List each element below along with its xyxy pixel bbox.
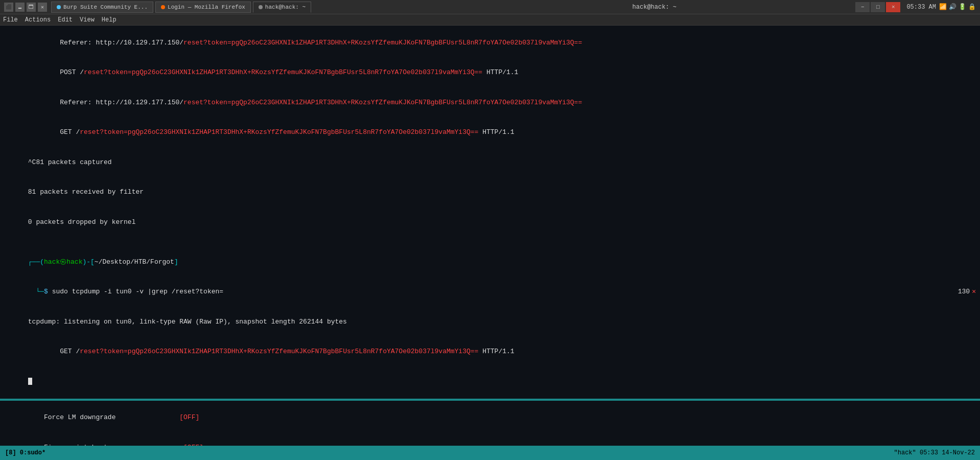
titlebar-center-title: hack@hack: ~: [453, 4, 855, 11]
command-pipe: |: [148, 288, 152, 295]
titlebar-tabs: Burp Suite Community E... Login — Mozill…: [51, 2, 453, 13]
output-line-1: Referer: http://10.129.177.150/reset?tok…: [4, 28, 976, 58]
titlebar-icons: ⬛ 🗕 🗖 ✕: [4, 3, 47, 12]
stat-line-1: ^C81 packets captured: [4, 147, 976, 177]
tcpdump-line-2: GET /reset?token=pgQp26oC23GHXNIk1ZHAP1R…: [4, 337, 976, 367]
line1-value: pgQp26oC23GHXNIk1ZHAP1RT3DHhX+RKozsYfZfe…: [231, 39, 582, 47]
titlebar-time: 05:33 AM: [906, 4, 936, 11]
statusbar: [8] 0:sudo* "hack" 05:33 14-Nov-22: [0, 446, 980, 460]
prompt-paren-open: ┌──(: [28, 258, 44, 266]
tray-icon-battery: 🔋: [959, 3, 966, 11]
titlebar-controls: − □ ×: [855, 2, 900, 12]
opt2-label: Fingerprint hosts: [28, 444, 183, 446]
tcpdump-get-value: pgQp26oC23GHXNIk1ZHAP1RT3DHhX+RKozsYfZfe…: [128, 348, 479, 355]
bottom-section: Force LM downgrade [OFF] Fingerprint hos…: [0, 401, 980, 446]
terminal-dot-icon: [259, 5, 263, 9]
tray-icon-lock: 🔒: [968, 3, 976, 11]
prompt-paren-close: )-[: [82, 258, 94, 266]
minimize-button[interactable]: −: [855, 2, 870, 12]
line1-token: reset?token=: [183, 39, 231, 47]
close-icon: ✕: [38, 3, 47, 12]
stat-line-2: 81 packets received by filter: [4, 177, 976, 208]
line3-value: pgQp26oC23GHXNIk1ZHAP1RT3DHhX+RKozsYfZfe…: [231, 99, 582, 106]
tab-burp[interactable]: Burp Suite Community E...: [51, 2, 153, 13]
statusbar-time: "hack" 05:33 14-Nov-22: [894, 449, 975, 456]
tab-firefox-label: Login — Mozilla Firefox: [168, 4, 245, 10]
line2-value: pgQp26oC23GHXNIk1ZHAP1RT3DHhX+RKozsYfZfe…: [132, 68, 483, 76]
menu-help[interactable]: Help: [102, 16, 116, 24]
opt1-label: Force LM downgrade: [28, 413, 179, 421]
tab-firefox[interactable]: Login — Mozilla Firefox: [155, 2, 251, 13]
line2-method: POST /: [28, 68, 84, 76]
menu-view[interactable]: View: [80, 16, 95, 24]
tcpdump-get-prefix: GET /: [28, 348, 80, 355]
tab-burp-label: Burp Suite Community E...: [63, 4, 148, 10]
terminal-cursor: [28, 378, 32, 385]
terminal-main: Response Proxy HTTP/1.1 200 OK Server: W…: [0, 26, 980, 446]
empty-line: [4, 237, 976, 247]
responder-opt-2: Fingerprint hosts [OFF]: [4, 432, 976, 446]
line-number: 130: [958, 287, 970, 297]
app-icon: ⬛: [4, 3, 13, 12]
top-section: Referer: http://10.129.177.150/reset?tok…: [0, 26, 980, 399]
line-number-x: ✕: [972, 287, 976, 297]
tray-icon-sound: 🔊: [949, 3, 956, 11]
system-tray: 📶 🔊 🔋 🔒: [939, 3, 976, 11]
menu-edit[interactable]: Edit: [58, 16, 73, 24]
opt2-value: [OFF]: [183, 444, 203, 446]
prompt-bracket-close: ]: [174, 258, 178, 266]
tcpdump-line-1: tcpdump: listening on tun0, link-type RA…: [4, 307, 976, 337]
tab-terminal[interactable]: hack@hack: ~: [253, 2, 311, 13]
line4-http: HTTP/1.1: [478, 128, 514, 136]
line4-method: GET /: [28, 128, 80, 136]
maximize-button[interactable]: □: [871, 2, 885, 12]
tab-terminal-label: hack@hack: ~: [265, 4, 306, 10]
stat-line-3: 0 packets dropped by kernel: [4, 207, 976, 237]
prompt-dir: ~/Desktop/HTB/Forgot: [95, 258, 174, 266]
opt1-value: [OFF]: [179, 413, 199, 421]
menu-actions[interactable]: Actions: [25, 16, 51, 24]
maximize-icon: 🗖: [27, 3, 36, 12]
firefox-dot-icon: [161, 5, 165, 9]
menubar: File Actions Edit View Help: [0, 14, 980, 26]
minimize-icon: 🗕: [15, 3, 25, 12]
close-button[interactable]: ×: [886, 2, 900, 12]
command-grep: grep /reset?token=: [152, 288, 223, 295]
tray-icon-wifi: 📶: [939, 3, 947, 11]
line3-token: reset?token=: [183, 99, 231, 106]
command-line: └─$ sudo tcpdump -i tun0 -v |grep /reset…: [4, 277, 976, 307]
titlebar: ⬛ 🗕 🗖 ✕ Burp Suite Community E... Login …: [0, 0, 980, 14]
command-content: └─$ sudo tcpdump -i tun0 -v |grep /reset…: [4, 277, 223, 307]
line3-prefix: Referer: http://10.129.177.150/: [28, 99, 183, 106]
prompt-arrow: └─: [36, 288, 44, 295]
statusbar-session: [8] 0:sudo*: [5, 449, 45, 456]
line-number-area: 130 ✕: [958, 287, 976, 297]
cursor-line: [4, 366, 976, 397]
line4-token: reset?token=: [80, 128, 128, 136]
output-line-3: Referer: http://10.129.177.150/reset?tok…: [4, 87, 976, 118]
prompt-line: ┌──(hack㉿hack)-[~/Desktop/HTB/Forgot]: [4, 247, 976, 277]
burp-dot-icon: [57, 5, 61, 9]
line4-value: pgQp26oC23GHXNIk1ZHAP1RT3DHhX+RKozsYfZfe…: [128, 128, 479, 136]
command-sudo: sudo tcpdump -i tun0 -v: [52, 288, 148, 295]
tcpdump-get-http: HTTP/1.1: [478, 348, 514, 355]
line2-http: HTTP/1.1: [482, 68, 518, 76]
menu-file[interactable]: File: [3, 16, 18, 24]
line2-token: reset?token=: [84, 68, 132, 76]
responder-opt-1: Force LM downgrade [OFF]: [4, 403, 976, 433]
output-line-4: GET /reset?token=pgQp26oC23GHXNIk1ZHAP1R…: [4, 118, 976, 148]
prompt-dollar: $: [44, 288, 52, 295]
tcpdump-get-token: reset?token=: [80, 348, 128, 355]
prompt-user: hack㉿hack: [44, 258, 82, 266]
output-line-2: POST /reset?token=pgQp26oC23GHXNIk1ZHAP1…: [4, 58, 976, 88]
window-title: hack@hack: ~: [633, 4, 676, 11]
line1-prefix: Referer: http://10.129.177.150/: [28, 39, 183, 47]
